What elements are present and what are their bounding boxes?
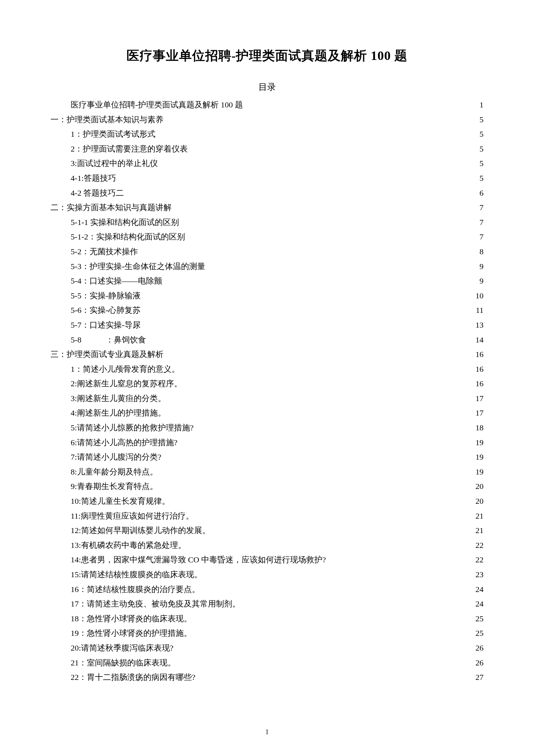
- toc-entry-label: 5-1-1 实操和结构化面试的区别: [71, 216, 179, 229]
- toc-entry-page: 1: [479, 98, 484, 112]
- toc-entry[interactable]: 5:请简述小儿惊厥的抢救护理措施?18: [50, 421, 484, 435]
- toc-entry[interactable]: 5-4：口述实操——电除颤9: [50, 274, 484, 288]
- toc-entry-label: 1：简述小儿颅骨发育的意义。: [71, 363, 180, 376]
- toc-entry[interactable]: 18：急性肾小球肾炎的临床表现。25: [50, 612, 484, 626]
- toc-entry-page: 6: [479, 187, 484, 200]
- page-number: 1: [0, 728, 534, 736]
- toc-entry-label: 5-1-2：实操和结构化面试的区别: [71, 230, 185, 244]
- toc-entry[interactable]: 6:请简述小儿高热的护理措施?19: [50, 436, 484, 450]
- toc-entry-label: 8:儿童年龄分期及特点。: [71, 465, 158, 479]
- toc-entry[interactable]: 5-3：护理实操-生命体征之体温的测量9: [50, 260, 484, 273]
- toc-entry[interactable]: 1：护理类面试考试形式5: [50, 128, 484, 141]
- toc-entry-label: 二：实操方面基本知识与真题讲解: [50, 201, 172, 215]
- toc-entry-label: 18：急性肾小球肾炎的临床表现。: [71, 612, 192, 626]
- toc-entry[interactable]: 15:请简述结核性腹膜炎的临床表现。23: [50, 568, 484, 582]
- toc-entry[interactable]: 19：急性肾小球肾炎的护理措施。25: [50, 627, 484, 640]
- toc-entry[interactable]: 13:有机磷农药中毒的紧急处理。22: [50, 539, 484, 552]
- toc-heading: 目录: [50, 81, 484, 93]
- toc-entry[interactable]: 11:病理性黄疸应该如何进行治疗。21: [50, 510, 484, 523]
- toc-entry[interactable]: 21：室间隔缺损的临床表现。26: [50, 656, 484, 670]
- toc-entry-page: 26: [475, 656, 484, 670]
- toc-entry-label: 医疗事业单位招聘-护理类面试真题及解析 100 题: [71, 98, 243, 112]
- toc-entry[interactable]: 2:阐述新生儿窒息的复苏程序。16: [50, 377, 484, 391]
- toc-entry-label: 5-8 ：鼻饲饮食: [71, 333, 146, 347]
- toc-entry-page: 27: [475, 671, 484, 684]
- toc-entry-label: 4:阐述新生儿的护理措施。: [71, 406, 166, 420]
- toc-entry-page: 21: [475, 510, 484, 523]
- toc-entry-page: 24: [475, 597, 484, 611]
- toc-entry-page: 22: [475, 539, 484, 552]
- toc-entry[interactable]: 5-8 ：鼻饲饮食14: [50, 333, 484, 347]
- toc-entry[interactable]: 2：护理面试需要注意的穿着仪表5: [50, 142, 484, 156]
- toc-entry-page: 24: [475, 583, 484, 596]
- toc-entry-page: 19: [475, 451, 484, 464]
- toc-entry[interactable]: 一：护理类面试基本知识与素养5: [50, 113, 484, 127]
- table-of-contents: 医疗事业单位招聘-护理类面试真题及解析 100 题1一：护理类面试基本知识与素养…: [50, 98, 484, 684]
- toc-entry-page: 26: [475, 642, 484, 655]
- toc-entry[interactable]: 4:阐述新生儿的护理措施。17: [50, 406, 484, 420]
- toc-entry-page: 9: [479, 274, 484, 288]
- toc-entry[interactable]: 5-5：实操-静脉输液 10: [50, 289, 484, 303]
- toc-entry[interactable]: 17：请简述主动免疫、被动免疫及其常用制剂。24: [50, 597, 484, 611]
- toc-entry-label: 14:患者男，因家中煤气泄漏导致 CO 中毒昏迷，应该如何进行现场救护?: [71, 553, 326, 567]
- toc-entry[interactable]: 5-2：无菌技术操作8: [50, 245, 484, 259]
- toc-entry-label: 4-2 答题技巧二: [71, 187, 124, 200]
- toc-entry-page: 18: [475, 421, 484, 435]
- toc-entry-label: 3:面试过程中的举止礼仪: [71, 157, 158, 170]
- toc-entry[interactable]: 5-1-2：实操和结构化面试的区别7: [50, 230, 484, 244]
- toc-entry-page: 16: [475, 363, 484, 376]
- toc-entry-page: 10: [475, 289, 484, 303]
- toc-entry-label: 1：护理类面试考试形式: [71, 128, 155, 141]
- toc-entry-page: 14: [475, 333, 484, 347]
- toc-entry[interactable]: 20:请简述秋季腹泻临床表现?26: [50, 642, 484, 655]
- toc-entry-label: 7:请简述小儿腹泻的分类?: [71, 451, 161, 464]
- toc-entry[interactable]: 9:青春期生长发育特点。20: [50, 480, 484, 493]
- toc-entry-label: 5-2：无菌技术操作: [71, 245, 138, 259]
- toc-entry-page: 5: [479, 172, 484, 185]
- toc-entry[interactable]: 16：简述结核性腹膜炎的治疗要点。24: [50, 583, 484, 596]
- toc-entry-page: 5: [479, 157, 484, 170]
- toc-entry-label: 6:请简述小儿高热的护理措施?: [71, 436, 177, 450]
- toc-entry-page: 7: [479, 201, 484, 215]
- toc-entry-page: 16: [475, 348, 484, 361]
- toc-entry-label: 三：护理类面试专业真题及解析: [50, 348, 164, 361]
- toc-entry[interactable]: 三：护理类面试专业真题及解析16: [50, 348, 484, 361]
- toc-entry[interactable]: 3:面试过程中的举止礼仪5: [50, 157, 484, 170]
- toc-entry-page: 20: [475, 495, 484, 508]
- toc-entry-label: 5:请简述小儿惊厥的抢救护理措施?: [71, 421, 193, 435]
- toc-entry-page: 20: [475, 480, 484, 493]
- toc-entry[interactable]: 二：实操方面基本知识与真题讲解 7: [50, 201, 484, 215]
- toc-entry-label: 5-4：口述实操——电除颤: [71, 274, 162, 288]
- toc-entry-label: 21：室间隔缺损的临床表现。: [71, 656, 176, 670]
- toc-entry-page: 7: [479, 216, 484, 229]
- toc-entry-page: 17: [475, 392, 484, 405]
- toc-entry[interactable]: 5-7：口述实操-导尿13: [50, 319, 484, 332]
- toc-entry-page: 22: [475, 553, 484, 567]
- toc-entry[interactable]: 3:阐述新生儿黄疸的分类。17: [50, 392, 484, 405]
- toc-entry[interactable]: 5-6：实操-心肺复苏11: [50, 304, 484, 317]
- toc-entry-page: 23: [475, 568, 484, 582]
- toc-entry-page: 25: [475, 627, 484, 640]
- toc-entry-label: 5-5：实操-静脉输液: [71, 289, 141, 303]
- toc-entry-page: 5: [479, 128, 484, 141]
- toc-entry[interactable]: 7:请简述小儿腹泻的分类?19: [50, 451, 484, 464]
- toc-entry[interactable]: 4-1:答题技巧5: [50, 172, 484, 185]
- toc-entry-page: 19: [475, 436, 484, 450]
- toc-entry[interactable]: 8:儿童年龄分期及特点。19: [50, 465, 484, 479]
- toc-entry-label: 一：护理类面试基本知识与素养: [50, 113, 164, 127]
- toc-entry[interactable]: 10:简述儿童生长发育规律。20: [50, 495, 484, 508]
- toc-entry-label: 11:病理性黄疸应该如何进行治疗。: [71, 510, 194, 523]
- toc-entry-label: 4-1:答题技巧: [71, 172, 116, 185]
- toc-entry-label: 12:简述如何早期训练婴儿动作的发展。: [71, 524, 210, 537]
- toc-entry[interactable]: 医疗事业单位招聘-护理类面试真题及解析 100 题1: [50, 98, 484, 112]
- toc-entry-label: 13:有机磷农药中毒的紧急处理。: [71, 539, 186, 552]
- toc-entry[interactable]: 1：简述小儿颅骨发育的意义。16: [50, 363, 484, 376]
- toc-entry-label: 19：急性肾小球肾炎的护理措施。: [71, 627, 192, 640]
- toc-entry[interactable]: 5-1-1 实操和结构化面试的区别7: [50, 216, 484, 229]
- toc-entry[interactable]: 4-2 答题技巧二6: [50, 187, 484, 200]
- document-page: 医疗事业单位招聘-护理类面试真题及解析 100 题 目录 医疗事业单位招聘-护理…: [0, 0, 534, 756]
- toc-entry[interactable]: 22：胃十二指肠溃疡的病因有哪些?27: [50, 671, 484, 684]
- toc-entry[interactable]: 14:患者男，因家中煤气泄漏导致 CO 中毒昏迷，应该如何进行现场救护?22: [50, 553, 484, 567]
- toc-entry-label: 10:简述儿童生长发育规律。: [71, 495, 170, 508]
- toc-entry[interactable]: 12:简述如何早期训练婴儿动作的发展。21: [50, 524, 484, 537]
